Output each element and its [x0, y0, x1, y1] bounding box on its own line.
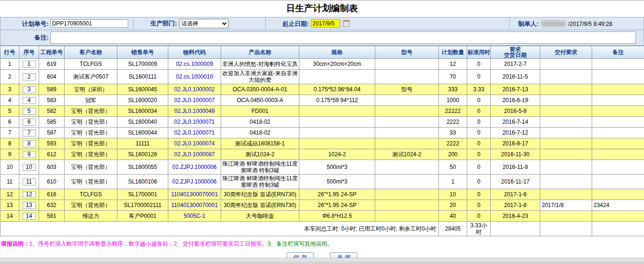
cell-row-remark[interactable]	[592, 117, 644, 128]
cell-model	[375, 95, 439, 106]
cell-qty: 33	[439, 128, 467, 138]
cell-row-remark[interactable]	[592, 95, 644, 106]
material-code-link[interactable]: 5005C-1	[183, 213, 205, 219]
cell-delivery-date: 2016-4-23	[491, 211, 540, 222]
cell-delivery-date: 2016-6-19	[491, 95, 540, 106]
material-code-link[interactable]: 02.JL0.1000071	[174, 119, 215, 125]
calendar-icon[interactable]	[343, 20, 349, 27]
cell-spec: 0.175*59.94*112	[299, 95, 375, 106]
material-code-link[interactable]: 02.JL0.1000071	[174, 129, 215, 136]
cell-material: 02.cs.1000009	[168, 59, 221, 70]
material-code-link[interactable]: 02.cs.1000009	[176, 61, 213, 67]
plan-no-label: 计划单号:	[1, 20, 49, 28]
cell-row-remark[interactable]	[592, 84, 644, 95]
cell-row-remark[interactable]	[592, 138, 644, 149]
cell-std-time: 0	[467, 200, 491, 211]
seq-input[interactable]	[23, 191, 36, 198]
seq-input[interactable]	[23, 86, 36, 93]
note-text-pink: 1、序号栏填入数字用于调整显示顺序，数字越小越靠前；2、交付要求栏填写要求完工日…	[29, 240, 267, 247]
seq-input[interactable]	[23, 202, 36, 209]
cell-seq	[19, 70, 39, 84]
cell-row-remark[interactable]	[592, 70, 644, 84]
seq-input[interactable]	[23, 140, 36, 147]
cell-seq	[19, 95, 39, 106]
cell-product: FD001	[221, 106, 299, 117]
seq-input[interactable]	[23, 213, 36, 220]
cell-delivery-req[interactable]	[540, 70, 592, 84]
cell-delivery-req[interactable]	[540, 95, 592, 106]
cell-qty: 22222	[439, 106, 467, 117]
dept-select[interactable]: 请选择	[179, 19, 229, 28]
cell-model	[375, 70, 439, 84]
cell-row-remark[interactable]	[592, 189, 644, 200]
material-code-link[interactable]: 02.JL0.1000049	[174, 108, 215, 114]
cell-delivery-date: 2016-11-17	[491, 175, 540, 189]
seq-input[interactable]	[23, 108, 36, 115]
seq-input[interactable]	[23, 61, 36, 68]
table-row: 13632宝明（背光部）SL17000021111104013000700013…	[0, 200, 644, 211]
cell-material: 02.cs.1000010	[168, 70, 221, 84]
cell-row-remark[interactable]: 23424	[592, 200, 644, 211]
cell-delivery-req[interactable]	[540, 128, 592, 138]
cell-row-remark[interactable]	[592, 175, 644, 189]
cell-delivery-req[interactable]	[540, 117, 592, 128]
material-code-link[interactable]: 02.JL0.1000007	[174, 97, 215, 104]
material-code-link[interactable]: 110401300070001	[171, 191, 218, 198]
seq-input[interactable]	[23, 178, 36, 185]
seq-input[interactable]	[23, 73, 36, 80]
page-title: 日生产计划编制表	[0, 0, 644, 17]
cell-delivery-req[interactable]	[540, 160, 592, 175]
cell-qty: 12	[439, 59, 467, 70]
seq-input[interactable]	[23, 164, 36, 171]
material-code-link[interactable]: 02.ZJPJ.1000006	[172, 164, 216, 170]
material-code-link[interactable]: 110401300070001	[171, 202, 218, 208]
cell-customer: 宝明（背光部）	[65, 117, 117, 128]
remark-input[interactable]	[50, 32, 636, 44]
plan-no-input[interactable]	[50, 19, 128, 28]
cell-spec: 26"*1.95 24-SP	[299, 189, 375, 200]
cell-row-remark[interactable]	[592, 59, 644, 70]
date-input[interactable]	[311, 19, 340, 28]
cell-delivery-req[interactable]	[540, 149, 592, 160]
seq-input[interactable]	[23, 119, 36, 126]
cell-delivery-req[interactable]	[540, 84, 592, 95]
column-header: 型号	[375, 46, 439, 59]
cell-delivery-req[interactable]	[540, 211, 592, 222]
remark-label: 备注:	[1, 33, 49, 42]
cell-row-remark[interactable]	[592, 211, 644, 222]
cell-row-remark[interactable]	[592, 106, 644, 117]
cell-sales-no: SL1600034	[117, 106, 168, 117]
cell-sales-no: SL1600106	[117, 175, 168, 189]
cell-qty: 1000	[439, 95, 467, 106]
cell-order-no: 610	[39, 175, 65, 189]
seq-input[interactable]	[23, 97, 36, 104]
cell-model	[375, 211, 439, 222]
cell-delivery-req[interactable]	[540, 138, 592, 149]
material-code-link[interactable]: 02.JL0.1000074	[174, 140, 215, 147]
cell-model: 测试1024-2	[375, 149, 439, 160]
cell-delivery-req[interactable]	[540, 189, 592, 200]
material-code-link[interactable]: 02.JL0.1000002	[174, 86, 215, 93]
material-code-link[interactable]: 02.cs.1000010	[176, 73, 213, 80]
cell-row-remark[interactable]	[592, 128, 644, 138]
cell-std-time: 0	[467, 138, 491, 149]
cell-delivery-req[interactable]	[540, 106, 592, 117]
cell-delivery-date: 2017-1-8	[491, 189, 540, 200]
cell-row-remark[interactable]	[592, 160, 644, 175]
dept-label: 生产部门:	[150, 20, 177, 27]
seq-input[interactable]	[23, 151, 36, 158]
table-row: 1619TCLFGSSL170000902.cs.1000009非洲人的愤怒-对…	[0, 59, 644, 70]
cell-delivery-req[interactable]	[540, 175, 592, 189]
cell-delivery-req[interactable]	[540, 59, 592, 70]
cell-delivery-date: 2016-11-30	[491, 149, 540, 160]
cell-product: 珠江啤酒 鲜啤酒特制纯生11度黄啤酒 特制3罐	[221, 175, 299, 189]
cell-product: 珠江啤酒 鲜啤酒特制纯生11度黄啤酒 特制3罐	[221, 160, 299, 175]
cell-product: 0418-02	[221, 117, 299, 128]
cell-line-no: 7	[0, 128, 19, 138]
cell-row-remark[interactable]	[592, 149, 644, 160]
material-code-link[interactable]: 02.ZJPJ.1000006	[172, 178, 216, 185]
material-code-link[interactable]: 02.JL0.1000087	[174, 151, 215, 158]
seq-input[interactable]	[23, 129, 36, 136]
column-header: 工程单号	[39, 46, 65, 59]
cell-delivery-req[interactable]: 2017/1/8	[540, 200, 592, 211]
